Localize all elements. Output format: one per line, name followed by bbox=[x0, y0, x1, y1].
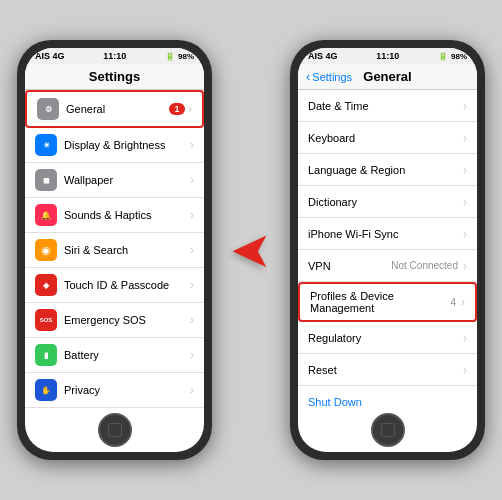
general-label: General bbox=[66, 103, 169, 115]
vpn-label: VPN bbox=[308, 260, 391, 272]
settings-item-wifisync[interactable]: iPhone Wi-Fi Sync › bbox=[298, 218, 477, 250]
display-icon: ☀ bbox=[35, 134, 57, 156]
touchid-icon: ◈ bbox=[35, 274, 57, 296]
settings-item-touchid[interactable]: ◈ Touch ID & Passcode › bbox=[25, 268, 204, 303]
time-1: 11:10 bbox=[103, 51, 126, 61]
home-button-inner-1 bbox=[108, 423, 122, 437]
reset-label: Reset bbox=[308, 364, 463, 376]
battery-icon: ▮ bbox=[35, 344, 57, 366]
time-2: 11:10 bbox=[376, 51, 399, 61]
battery-1: 🔋 98% bbox=[165, 52, 194, 61]
general-icon: ⚙ bbox=[37, 98, 59, 120]
back-label: Settings bbox=[312, 71, 352, 83]
home-button-2[interactable] bbox=[371, 413, 405, 447]
nav-bar-1: Settings bbox=[25, 64, 204, 90]
vpn-value: Not Connected bbox=[391, 260, 458, 271]
touchid-label: Touch ID & Passcode bbox=[64, 279, 190, 291]
phone-2: AIS 4G 11:10 🔋 98% ‹ Settings General Da… bbox=[290, 40, 485, 460]
settings-item-general[interactable]: ⚙ General 1 › bbox=[25, 90, 204, 128]
regulatory-label: Regulatory bbox=[308, 332, 463, 344]
dictionary-label: Dictionary bbox=[308, 196, 463, 208]
status-bar-2: AIS 4G 11:10 🔋 98% bbox=[298, 48, 477, 64]
settings-item-reset[interactable]: Reset › bbox=[298, 354, 477, 386]
settings-item-sounds[interactable]: 🔔 Sounds & Haptics › bbox=[25, 198, 204, 233]
privacy-icon: ✋ bbox=[35, 379, 57, 401]
shutdown-label: Shut Down bbox=[308, 396, 467, 408]
carrier-2: AIS 4G bbox=[308, 51, 338, 61]
direction-arrow: ➤ bbox=[230, 221, 272, 279]
settings-item-regulatory[interactable]: Regulatory › bbox=[298, 322, 477, 354]
settings-item-language[interactable]: Language & Region › bbox=[298, 154, 477, 186]
profiles-value: 4 bbox=[450, 297, 456, 308]
status-bar-1: AIS 4G 11:10 🔋 98% bbox=[25, 48, 204, 64]
sos-icon: SOS bbox=[35, 309, 57, 331]
settings-item-privacy[interactable]: ✋ Privacy › bbox=[25, 373, 204, 408]
sounds-label: Sounds & Haptics bbox=[64, 209, 190, 221]
settings-item-vpn[interactable]: VPN Not Connected › bbox=[298, 250, 477, 282]
settings-item-shutdown[interactable]: Shut Down bbox=[298, 386, 477, 408]
carrier-1: AIS 4G bbox=[35, 51, 65, 61]
settings-item-datetime[interactable]: Date & Time › bbox=[298, 90, 477, 122]
privacy-label: Privacy bbox=[64, 384, 190, 396]
settings-item-siri[interactable]: ◉ Siri & Search › bbox=[25, 233, 204, 268]
settings-item-dictionary[interactable]: Dictionary › bbox=[298, 186, 477, 218]
display-label: Display & Brightness bbox=[64, 139, 190, 151]
general-badge: 1 bbox=[169, 103, 185, 115]
siri-icon: ◉ bbox=[35, 239, 57, 261]
phone-1: AIS 4G 11:10 🔋 98% Settings ⚙ General 1 … bbox=[17, 40, 212, 460]
settings-item-display[interactable]: ☀ Display & Brightness › bbox=[25, 128, 204, 163]
settings-item-profiles[interactable]: Profiles & Device Management 4 › bbox=[298, 282, 477, 322]
settings-item-keyboard[interactable]: Keyboard › bbox=[298, 122, 477, 154]
settings-item-sos[interactable]: SOS Emergency SOS › bbox=[25, 303, 204, 338]
settings-item-battery[interactable]: ▮ Battery › bbox=[25, 338, 204, 373]
home-button-inner-2 bbox=[381, 423, 395, 437]
back-chevron: ‹ bbox=[306, 69, 310, 84]
home-button-1[interactable] bbox=[98, 413, 132, 447]
nav-title-1: Settings bbox=[89, 69, 140, 84]
datetime-label: Date & Time bbox=[308, 100, 463, 112]
wallpaper-icon: ◼ bbox=[35, 169, 57, 191]
settings-item-wallpaper[interactable]: ◼ Wallpaper › bbox=[25, 163, 204, 198]
back-button[interactable]: ‹ Settings bbox=[306, 69, 352, 84]
nav-bar-2: ‹ Settings General bbox=[298, 64, 477, 90]
settings-list-1: ⚙ General 1 › ☀ Display & Brightness › ◼ bbox=[25, 90, 204, 408]
wifisync-label: iPhone Wi-Fi Sync bbox=[308, 228, 463, 240]
siri-label: Siri & Search bbox=[64, 244, 190, 256]
settings-list-2: Date & Time › Keyboard › Language & Regi… bbox=[298, 90, 477, 408]
language-label: Language & Region bbox=[308, 164, 463, 176]
battery-2: 🔋 98% bbox=[438, 52, 467, 61]
nav-title-2: General bbox=[363, 69, 411, 84]
battery-label: Battery bbox=[64, 349, 190, 361]
profiles-label: Profiles & Device Management bbox=[310, 290, 450, 314]
sos-label: Emergency SOS bbox=[64, 314, 190, 326]
wallpaper-label: Wallpaper bbox=[64, 174, 190, 186]
arrow-container: ➤ bbox=[230, 221, 272, 279]
sounds-icon: 🔔 bbox=[35, 204, 57, 226]
keyboard-label: Keyboard bbox=[308, 132, 463, 144]
